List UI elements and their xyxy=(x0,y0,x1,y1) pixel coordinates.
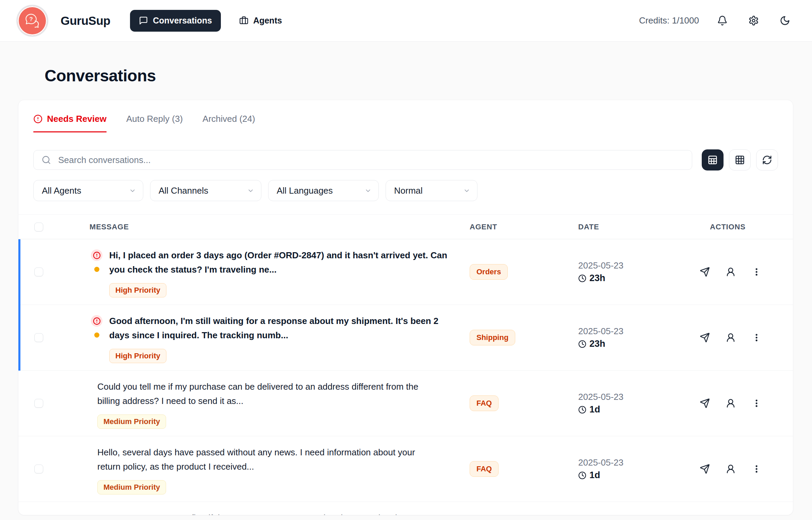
tab-needs-review-label: Needs Review xyxy=(47,114,107,124)
tab-archived-label: Archived (24) xyxy=(202,114,255,124)
user-icon xyxy=(726,464,736,474)
table-row[interactable]: Hello, several days have passed without … xyxy=(18,436,793,502)
row-checkbox[interactable] xyxy=(34,465,43,473)
message-block: Could you tell me if my purchase can be … xyxy=(97,379,418,429)
nav-conversations-button[interactable]: Conversations xyxy=(130,10,221,32)
table-row[interactable]: Could you tell me if my purchase can be … xyxy=(18,371,793,436)
tab-bar: Needs Review Auto Reply (3) Archived (24… xyxy=(33,114,778,132)
table-view-icon xyxy=(708,155,718,165)
refresh-button[interactable] xyxy=(756,149,778,170)
brand-name: GuruSup xyxy=(61,14,110,28)
tab-archived[interactable]: Archived (24) xyxy=(202,114,255,132)
credits-counter: Credits: 1/1000 xyxy=(639,15,699,26)
message-text-line: you check the status? I'm traveling ne..… xyxy=(109,262,447,277)
clock-icon xyxy=(578,274,586,282)
dark-mode-toggle[interactable] xyxy=(777,13,793,29)
ellipsis-vertical-icon xyxy=(752,464,761,474)
ellipsis-vertical-icon xyxy=(752,333,761,342)
assign-agent-button[interactable] xyxy=(725,331,737,344)
row-menu-button[interactable] xyxy=(750,397,763,409)
chevron-down-icon xyxy=(463,187,470,194)
row-checkbox[interactable] xyxy=(34,333,43,342)
message-block: Good afternoon, I'm still waiting for a … xyxy=(109,314,438,363)
message-text-line: return policy, as the product I received… xyxy=(97,459,415,474)
send-icon xyxy=(700,332,710,343)
nav-agents-label: Agents xyxy=(253,16,282,26)
row-actions xyxy=(668,266,793,278)
bell-icon xyxy=(717,15,728,26)
user-icon xyxy=(726,332,736,343)
select-all-checkbox[interactable] xyxy=(34,223,43,231)
row-menu-button[interactable] xyxy=(750,331,763,344)
row-menu-button[interactable] xyxy=(750,463,763,475)
channels-filter-select[interactable]: All Channels xyxy=(150,180,261,201)
conversations-card: Needs Review Auto Reply (3) Archived (24… xyxy=(18,100,793,515)
age-indicator: 1d xyxy=(578,404,668,415)
age-text: 23h xyxy=(589,339,605,349)
message-text-line: Hi, I placed an order 3 days ago (Order … xyxy=(109,248,447,262)
send-icon xyxy=(700,398,710,408)
agents-filter-select[interactable]: All Agents xyxy=(33,180,143,201)
priority-filter-select[interactable]: Normal xyxy=(386,180,477,201)
assign-agent-button[interactable] xyxy=(725,463,737,475)
message-text-line: billing address? I need to send it as... xyxy=(97,394,418,408)
nav-agents-button[interactable]: Agents xyxy=(230,10,291,32)
page-title: Conversations xyxy=(45,66,794,85)
moon-icon xyxy=(780,15,790,26)
send-reply-button[interactable] xyxy=(699,463,711,475)
needs-attention-icon xyxy=(91,315,102,327)
send-icon xyxy=(700,464,710,474)
flag-column xyxy=(91,248,103,272)
view-controls xyxy=(702,149,778,170)
priority-badge: Medium Priority xyxy=(97,415,166,429)
age-text: 1d xyxy=(589,470,600,481)
chat-bubbles-logo-icon: ? xyxy=(22,11,42,31)
message-text-line: Good afternoon, I'm still waiting for a … xyxy=(109,314,438,328)
alert-circle-icon xyxy=(33,114,43,124)
date-text: 2025-05-23 xyxy=(578,392,668,402)
app-logo[interactable]: ? xyxy=(16,5,48,37)
send-icon xyxy=(700,267,710,277)
settings-button[interactable] xyxy=(745,13,762,29)
user-icon xyxy=(726,267,736,277)
message-square-icon xyxy=(139,16,148,25)
clock-icon xyxy=(578,340,586,348)
message-text-line: Hello, several days have passed without … xyxy=(97,445,415,459)
row-checkbox[interactable] xyxy=(34,267,43,276)
age-text: 23h xyxy=(589,273,605,283)
notifications-button[interactable] xyxy=(714,13,730,29)
send-reply-button[interactable] xyxy=(699,266,711,278)
agents-filter-value: All Agents xyxy=(42,185,81,196)
grid-view-icon xyxy=(735,155,745,165)
search-row xyxy=(33,149,778,170)
send-reply-button[interactable] xyxy=(699,397,711,409)
table-view-button[interactable] xyxy=(702,149,724,170)
row-checkbox[interactable] xyxy=(34,399,43,408)
search-input[interactable] xyxy=(33,150,692,170)
priority-badge: High Priority xyxy=(109,283,166,297)
main-content: Conversations Needs Review Auto Reply (3… xyxy=(0,66,812,515)
tab-auto-reply[interactable]: Auto Reply (3) xyxy=(126,114,183,132)
row-menu-button[interactable] xyxy=(750,266,763,278)
svg-text:?: ? xyxy=(29,16,33,22)
assign-agent-button[interactable] xyxy=(725,266,737,278)
row-actions xyxy=(668,397,793,409)
refresh-icon xyxy=(762,155,772,165)
ellipsis-vertical-icon xyxy=(752,267,761,277)
send-reply-button[interactable] xyxy=(699,331,711,344)
tab-needs-review[interactable]: Needs Review xyxy=(33,114,107,132)
row-actions xyxy=(668,463,793,475)
age-indicator: 23h xyxy=(578,273,668,283)
channels-filter-value: All Channels xyxy=(159,185,208,196)
message-text-line: days since I inquired. The tracking numb… xyxy=(109,328,438,342)
languages-filter-select[interactable]: All Languages xyxy=(268,180,379,201)
assign-agent-button[interactable] xyxy=(725,397,737,409)
table-row[interactable]: Good afternoon, I'm still waiting for a … xyxy=(18,305,793,371)
unread-dot-icon xyxy=(94,332,99,338)
chevron-down-icon xyxy=(129,187,136,194)
table-row[interactable]: Payments: Can you confirm if the payment… xyxy=(18,502,793,515)
grid-view-button[interactable] xyxy=(729,149,751,170)
search-icon xyxy=(42,155,51,165)
message-text-line: Payments: Can you confirm if the payment… xyxy=(97,511,430,515)
table-row[interactable]: Hi, I placed an order 3 days ago (Order … xyxy=(18,239,793,305)
